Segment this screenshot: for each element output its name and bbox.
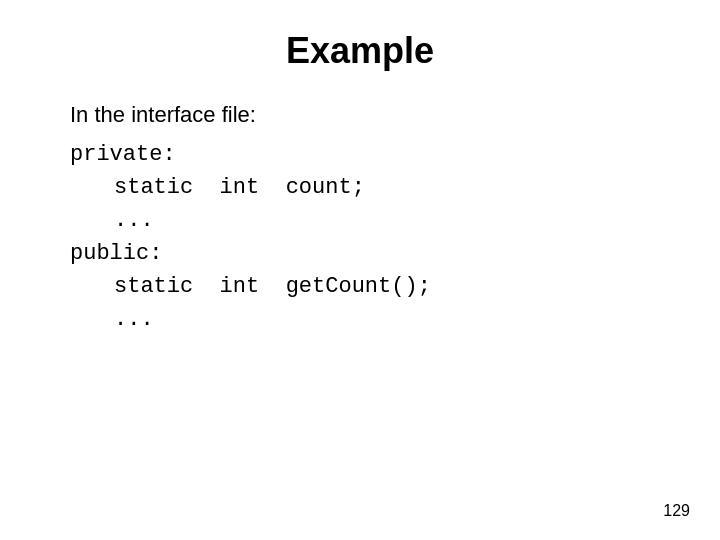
- slide-title: Example: [60, 30, 660, 72]
- slide-container: Example In the interface file: private: …: [0, 0, 720, 540]
- code-line-2: static int count;: [70, 171, 660, 204]
- intro-text: In the interface file:: [70, 102, 660, 128]
- code-line-4: public:: [70, 237, 660, 270]
- code-block: private: static int count; ... public: s…: [70, 138, 660, 336]
- code-line-5: static int getCount();: [70, 270, 660, 303]
- code-line-1: private:: [70, 138, 660, 171]
- code-line-3: ...: [70, 204, 660, 237]
- code-line-6: ...: [70, 303, 660, 336]
- page-number: 129: [663, 502, 690, 520]
- slide-content: In the interface file: private: static i…: [60, 102, 660, 336]
